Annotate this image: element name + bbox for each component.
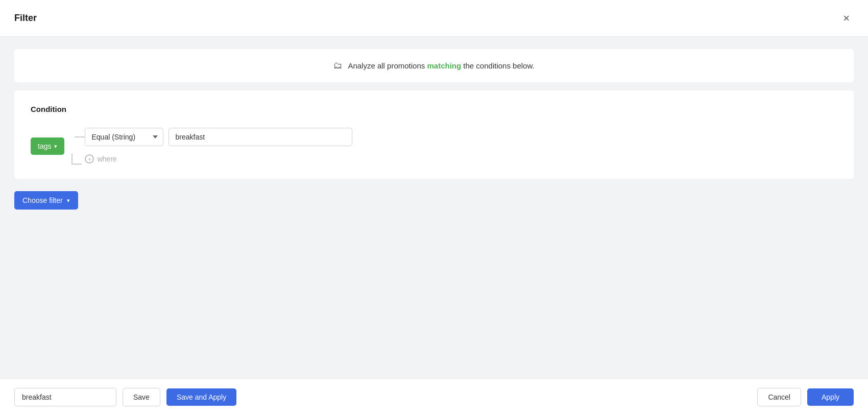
condition-title: Condition — [31, 105, 837, 113]
condition-card: Condition tags ▾ Equal (String) — [14, 90, 854, 179]
info-banner: 🗂 Analyze all promotions matching the co… — [14, 49, 854, 82]
v-connector — [71, 153, 82, 165]
tags-chevron-icon: ▾ — [54, 143, 57, 150]
footer: Save Save and Apply Cancel Apply — [0, 378, 868, 415]
plus-circle-icon: + — [85, 154, 94, 164]
tags-button[interactable]: tags ▾ — [31, 137, 64, 155]
main-content: 🗂 Analyze all promotions matching the co… — [0, 37, 868, 378]
save-apply-button[interactable]: Save and Apply — [166, 388, 236, 406]
h-line — [75, 136, 85, 137]
h-line-where — [71, 164, 82, 165]
banner-text-before: Analyze all promotions — [348, 61, 425, 70]
choose-filter-label: Choose filter — [22, 196, 63, 204]
save-button[interactable]: Save — [123, 388, 160, 406]
banner-text-after2: the conditions below. — [463, 61, 534, 70]
footer-left: Save Save and Apply — [14, 388, 236, 406]
banner-text-highlight: matching — [427, 61, 461, 70]
spacer-line — [71, 137, 73, 137]
h-connector — [75, 136, 85, 137]
v-line — [71, 153, 73, 164]
operator-select[interactable]: Equal (String) Not Equal (String) Contai… — [85, 128, 163, 146]
condition-row: tags ▾ Equal (String) Not Equal (String)… — [31, 128, 837, 165]
banner-text: Analyze all promotions matching the cond… — [348, 61, 534, 70]
apply-button[interactable]: Apply — [807, 388, 854, 406]
where-row: + where — [71, 153, 116, 165]
dialog-title: Filter — [14, 13, 37, 24]
close-button[interactable]: × — [839, 11, 854, 26]
choose-filter-button[interactable]: Choose filter ▾ — [14, 191, 78, 210]
folder-icon: 🗂 — [333, 60, 343, 71]
value-input[interactable] — [168, 128, 352, 146]
choose-filter-chevron-icon: ▾ — [67, 197, 70, 204]
choose-filter-area: Choose filter ▾ — [14, 187, 854, 210]
filter-name-input[interactable] — [14, 388, 116, 406]
dialog-header: Filter × — [0, 0, 868, 37]
cancel-button[interactable]: Cancel — [757, 388, 801, 406]
where-button[interactable]: + where — [85, 154, 116, 164]
tags-label: tags — [38, 142, 51, 150]
footer-right: Cancel Apply — [757, 388, 854, 406]
condition-connector-area: Equal (String) Not Equal (String) Contai… — [71, 128, 352, 165]
where-label: where — [97, 155, 116, 163]
condition-inner-controls: Equal (String) Not Equal (String) Contai… — [71, 128, 352, 146]
